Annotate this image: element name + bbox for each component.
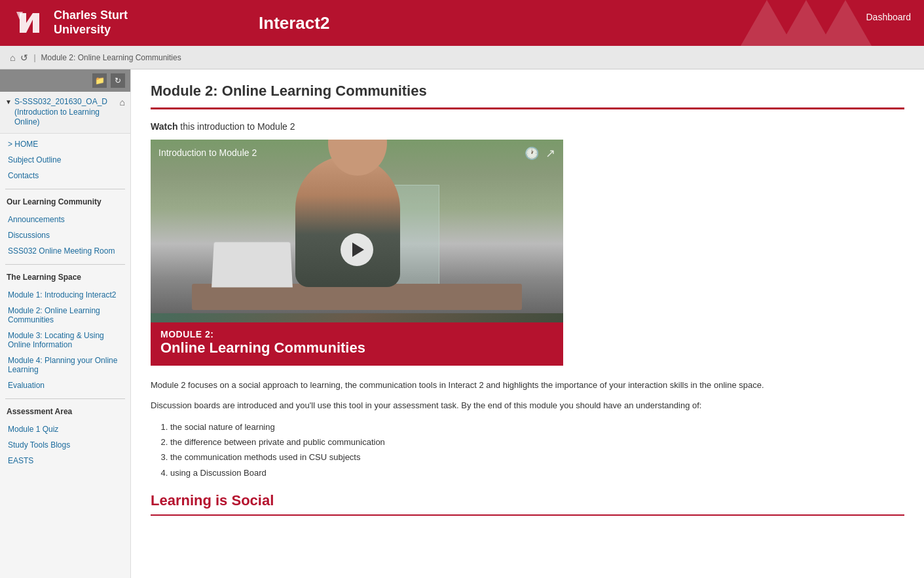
svg-marker-1: [20, 13, 39, 33]
course-expand-icon: ▼: [5, 98, 12, 106]
sidebar-item-announcements[interactable]: Announcements: [0, 212, 130, 227]
breadcrumb-bar: ⌂ ↺ | Module 2: Online Learning Communit…: [0, 46, 924, 69]
sidebar-divider-2: [5, 264, 125, 265]
sidebar-item-contacts[interactable]: Contacts: [0, 168, 130, 183]
course-home-icon: ⌂: [120, 97, 125, 107]
sidebar-section-learning: The Learning Space: [0, 267, 130, 284]
sidebar-nav-learning: Module 1: Introducing Interact2 Module 2…: [0, 284, 130, 396]
sidebar: 📁 ↻ ▼ S-SSS032_201630_OA_D (Introduction…: [0, 69, 131, 578]
sidebar-item-module1[interactable]: Module 1: Introducing Interact2: [0, 287, 130, 303]
section-divider: [151, 514, 904, 516]
video-banner-sub: MODULE 2:: [160, 329, 553, 339]
sidebar-course-link[interactable]: ▼ S-SSS032_201630_OA_D (Introduction to …: [0, 92, 130, 134]
video-container[interactable]: Introduction to Module 2 🕐 ↗ MODULE 2: O…: [151, 140, 563, 366]
refresh-breadcrumb-icon[interactable]: ↺: [20, 52, 28, 63]
course-name: S-SSS032_201630_OA_D (Introduction to Le…: [14, 97, 116, 128]
video-play-button[interactable]: [341, 233, 373, 266]
sidebar-item-easts[interactable]: EASTS: [0, 453, 130, 469]
logo: Charles Sturt University: [13, 7, 128, 39]
header: Charles Sturt University Interact2 Dashb…: [0, 0, 924, 46]
csu-logo-icon: [13, 7, 46, 39]
header-watermark: [741, 0, 872, 46]
page-title: Module 2: Online Learning Communities: [151, 83, 904, 100]
sidebar-toolbar: 📁 ↻: [0, 69, 130, 92]
video-banner-title: Online Learning Communities: [160, 339, 553, 356]
video-label: Introduction to Module 2: [158, 147, 257, 158]
description-1: Module 2 focuses on a social approach to…: [151, 379, 904, 393]
sidebar-item-module3[interactable]: Module 3: Locating & Using Online Inform…: [0, 328, 130, 353]
svg-marker-5: [819, 0, 872, 46]
sidebar-item-subject-outline[interactable]: Subject Outline: [0, 152, 130, 168]
video-share-icon[interactable]: ↗: [545, 146, 555, 161]
home-breadcrumb-icon[interactable]: ⌂: [10, 52, 15, 63]
watch-label: Watch: [151, 121, 177, 132]
video-controls-top: 🕐 ↗: [525, 146, 555, 161]
app-title: Interact2: [259, 13, 329, 33]
main-layout: 📁 ↻ ▼ S-SSS032_201630_OA_D (Introduction…: [0, 69, 924, 578]
sidebar-item-study-tools[interactable]: Study Tools Blogs: [0, 437, 130, 453]
video-clock-icon[interactable]: 🕐: [525, 146, 539, 161]
watch-text: this introduction to Module 2: [177, 121, 295, 132]
sidebar-refresh-button[interactable]: ↻: [111, 73, 125, 88]
sidebar-nav-community: Announcements Discussions SSS032 Online …: [0, 209, 130, 261]
learning-outcomes-list: the social nature of learningthe differe…: [170, 419, 904, 481]
sidebar-nav-top: > HOME Subject Outline Contacts: [0, 134, 130, 186]
sidebar-item-module1-quiz[interactable]: Module 1 Quiz: [0, 421, 130, 437]
sidebar-item-module2[interactable]: Module 2: Online Learning Communities: [0, 303, 130, 328]
sidebar-item-module4[interactable]: Module 4: Planning your Online Learning: [0, 353, 130, 377]
breadcrumb-separator: |: [33, 53, 35, 62]
logo-text: Charles Sturt University: [54, 9, 128, 37]
list-item: the communication methods used in CSU su…: [170, 450, 904, 465]
dashboard-link[interactable]: Dashboard: [866, 12, 912, 22]
title-divider: [151, 107, 904, 109]
sidebar-item-home[interactable]: > HOME: [0, 136, 130, 152]
section-heading: Learning is Social: [151, 492, 904, 509]
description-2: Discussion boards are introduced and you…: [151, 399, 904, 413]
main-content: Module 2: Online Learning Communities Wa…: [131, 69, 924, 578]
list-item: the difference between private and publi…: [170, 434, 904, 450]
sidebar-nav-assessment: Module 1 Quiz Study Tools Blogs EASTS: [0, 419, 130, 471]
watch-intro: Watch this introduction to Module 2: [151, 121, 904, 132]
sidebar-item-discussions[interactable]: Discussions: [0, 227, 130, 243]
sidebar-item-evaluation[interactable]: Evaluation: [0, 377, 130, 393]
sidebar-item-meeting-room[interactable]: SSS032 Online Meeting Room: [0, 243, 130, 259]
sidebar-divider-3: [5, 398, 125, 399]
sidebar-section-assessment: Assessment Area: [0, 402, 130, 419]
list-item: the social nature of learning: [170, 419, 904, 434]
sidebar-folder-button[interactable]: 📁: [92, 73, 107, 88]
list-item: using a Discussion Board: [170, 465, 904, 480]
breadcrumb-text: Module 2: Online Learning Communities: [41, 53, 181, 62]
video-banner: MODULE 2: Online Learning Communities: [151, 322, 563, 366]
sidebar-divider-1: [5, 189, 125, 189]
sidebar-section-community: Our Learning Community: [0, 192, 130, 209]
